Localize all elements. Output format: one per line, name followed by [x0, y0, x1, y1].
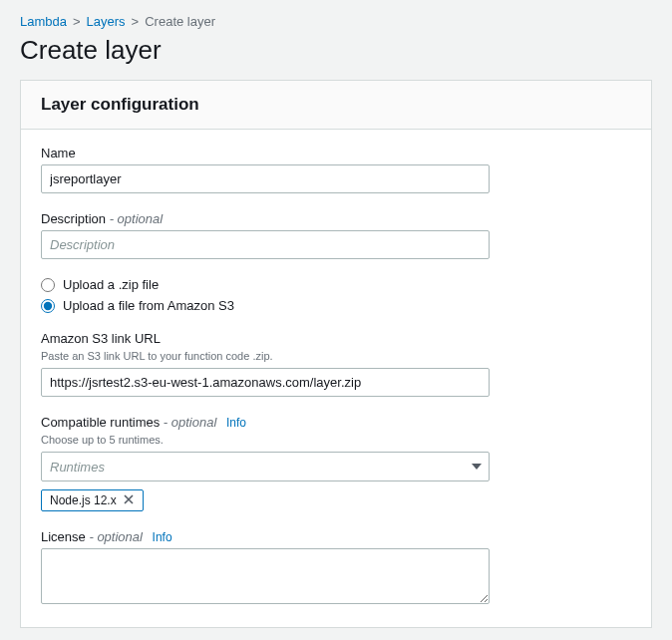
s3-url-input[interactable] — [41, 368, 490, 397]
panel-header: Layer configuration — [21, 81, 651, 130]
s3-url-hint: Paste an S3 link URL to your function co… — [41, 350, 631, 362]
breadcrumb-link-layers[interactable]: Layers — [87, 14, 126, 29]
breadcrumb-current: Create layer — [145, 14, 215, 29]
breadcrumb-separator: > — [73, 14, 81, 29]
upload-s3-radio[interactable]: Upload a file from Amazon S3 — [41, 298, 631, 313]
radio-input-s3[interactable] — [41, 299, 55, 313]
layer-config-panel: Layer configuration Name Description - o… — [20, 80, 652, 628]
description-input[interactable] — [41, 230, 490, 259]
license-field: License - optional Info — [41, 529, 631, 607]
breadcrumb-separator: > — [132, 14, 140, 29]
form-actions: Cancel Create — [20, 628, 652, 640]
runtimes-field: Compatible runtimes - optional Info Choo… — [41, 415, 631, 511]
license-label: License - optional Info — [41, 529, 631, 544]
runtimes-hint: Choose up to 5 runtimes. — [41, 434, 631, 446]
runtimes-select[interactable]: Runtimes — [41, 452, 490, 481]
name-field: Name — [41, 146, 631, 193]
caret-down-icon — [472, 464, 482, 470]
s3-url-field: Amazon S3 link URL Paste an S3 link URL … — [41, 331, 631, 397]
close-icon[interactable] — [123, 493, 137, 507]
name-label: Name — [41, 146, 631, 160]
runtimes-info-link[interactable]: Info — [226, 416, 246, 430]
radio-input-zip[interactable] — [41, 278, 55, 292]
radio-label-s3: Upload a file from Amazon S3 — [63, 298, 234, 313]
license-textarea[interactable] — [41, 548, 490, 604]
runtimes-label: Compatible runtimes - optional Info — [41, 415, 631, 430]
license-info-link[interactable]: Info — [153, 530, 172, 544]
description-field: Description - optional — [41, 211, 631, 259]
breadcrumb-link-lambda[interactable]: Lambda — [20, 14, 67, 29]
radio-label-zip: Upload a .zip file — [63, 277, 159, 292]
upload-zip-radio[interactable]: Upload a .zip file — [41, 277, 631, 292]
breadcrumb: Lambda > Layers > Create layer — [20, 14, 652, 29]
upload-source-radios: Upload a .zip file Upload a file from Am… — [41, 277, 631, 313]
runtime-tag-label: Node.js 12.x — [50, 493, 117, 507]
runtimes-placeholder: Runtimes — [50, 460, 105, 475]
runtime-tag: Node.js 12.x — [41, 489, 144, 511]
panel-title: Layer configuration — [41, 95, 631, 115]
name-input[interactable] — [41, 164, 490, 193]
s3-url-label: Amazon S3 link URL — [41, 331, 631, 346]
page-title: Create layer — [20, 35, 652, 66]
description-label: Description - optional — [41, 211, 631, 226]
